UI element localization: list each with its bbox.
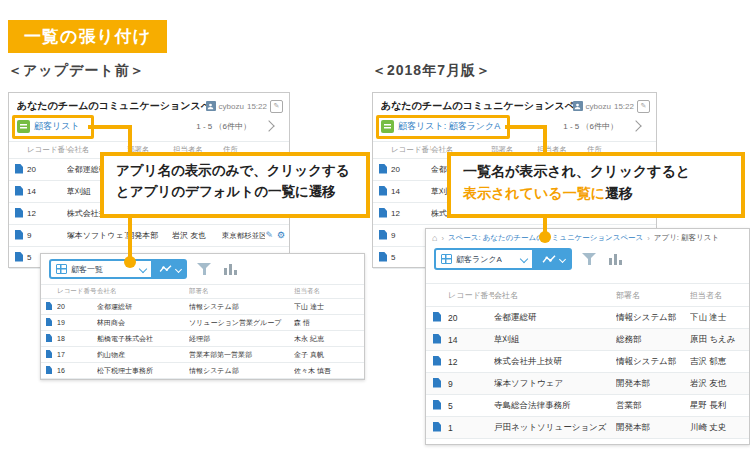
view-selector[interactable]: 顧客一覧 <box>49 259 153 279</box>
user-name: cybozu <box>586 102 611 111</box>
timestamp: 15:22 <box>614 102 634 111</box>
document-icon <box>46 302 52 310</box>
app-link-after[interactable]: 顧客リスト: 顧客ランクA <box>398 120 500 133</box>
edit-icon[interactable]: ✎ <box>265 231 273 240</box>
table-row[interactable]: 1 戸田ネットソリューションズ 開発本部 川崎 丈史 <box>426 417 749 439</box>
callout-line2: とアプリのデフォルトの一覧に遷移 <box>116 182 354 203</box>
connector-line <box>88 125 132 129</box>
graph-button[interactable] <box>153 259 187 279</box>
chevron-down-icon <box>520 255 528 263</box>
gear-icon[interactable]: ⚙ <box>277 231 285 240</box>
app-icon <box>17 120 30 133</box>
table-row[interactable]: 16 松下税理士事務所 情報システム部 佐々木 慎吾 <box>41 363 364 379</box>
document-icon <box>433 334 441 344</box>
table-header: レコード番号 会社名 部署名 担当者名 <box>426 283 749 307</box>
callout-after: 一覧名が表示され、クリックすると 表示されている一覧に遷移 <box>447 152 745 218</box>
section-label-after: ＜2018年7月版＞ <box>372 62 491 80</box>
document-icon <box>379 186 387 196</box>
table-row[interactable]: 20 金都運総研 情報システム部 下山 達士 <box>426 307 749 329</box>
document-icon <box>46 334 52 342</box>
filter-funnel-icon[interactable] <box>197 262 212 276</box>
space-header: あなたのチームのコミュニケーションスペース cybozu 15:22 ✎ <box>373 93 656 115</box>
view-name: 顧客ランクA <box>456 254 502 265</box>
app-list-panel-before: 顧客一覧 レコード番号 会社名 部署名 担当者名 <box>40 253 365 380</box>
breadcrumb: ⌂ › スペース: あなたのチームのコミュニケーションスペース › アプリ: 顧… <box>426 229 749 243</box>
document-icon <box>15 230 23 240</box>
table-view-icon <box>441 254 452 264</box>
table-header: レコード番号 会社名 部署名 担当者名 <box>41 284 364 299</box>
pagination-label: 1 - 5 （6件中） <box>196 121 251 132</box>
document-icon <box>379 164 387 174</box>
page-title: 一覧の張り付け <box>8 20 167 53</box>
app-icon <box>381 120 394 133</box>
table-row[interactable]: 9 塚本ソフトウェア 開発本部 岩沢 友也 <box>426 373 749 395</box>
timestamp: 15:22 <box>247 102 267 111</box>
bar-chart-icon[interactable] <box>224 263 237 275</box>
document-icon <box>433 378 441 388</box>
edit-space-icon[interactable]: ✎ <box>637 100 650 113</box>
document-icon <box>379 230 387 240</box>
callout-line1: 一覧名が表示され、クリックすると <box>463 161 729 183</box>
app-link-row: 顧客リスト 1 - 5 （6件中） <box>9 115 289 137</box>
callout-line2-rest: 遷移 <box>605 185 633 201</box>
user-name: cybozu <box>219 102 244 111</box>
document-icon <box>15 164 23 174</box>
document-icon <box>379 208 387 218</box>
table-row[interactable]: 12 株式会社井上技研 情報システム部 吉沢 郁恵 <box>426 351 749 373</box>
connector-dot <box>124 256 136 268</box>
document-icon <box>433 312 441 322</box>
app-link-before[interactable]: 顧客リスト <box>34 120 80 133</box>
line-chart-icon <box>159 264 173 274</box>
document-icon <box>46 366 52 374</box>
document-icon <box>379 252 387 262</box>
chevron-down-icon <box>139 265 147 273</box>
document-icon <box>15 186 23 196</box>
table-row[interactable]: 19 林田商会 ソリューション営業グループ 森 悟 <box>41 315 364 331</box>
connector-dot <box>539 231 551 243</box>
space-header: あなたのチームのコミュニケーションスペース cybozu 15:22 ✎ <box>9 93 289 115</box>
table-row[interactable]: 20 金都運総研 情報システム部 下山 達士 <box>41 299 364 315</box>
filter-funnel-icon[interactable] <box>582 252 597 266</box>
callout-line1: アプリ名の表示のみで、クリックする <box>116 161 354 182</box>
pagination-label: 1 - 5 （6件中） <box>563 121 618 132</box>
chevron-right-icon[interactable] <box>263 120 274 131</box>
bar-chart-icon[interactable] <box>609 253 622 265</box>
document-icon <box>433 422 441 432</box>
space-title: あなたのチームのコミュニケーションスペース <box>381 99 573 113</box>
callout-highlight-text: 表示されている一覧に <box>463 185 605 201</box>
chevron-down-icon <box>175 265 182 272</box>
callout-line2: 表示されている一覧に遷移 <box>463 183 729 205</box>
table-row[interactable]: 9 塚本ソフトウェア 開発本部 岩沢 友也 東京都杉並区 ✎⚙ <box>9 225 289 247</box>
document-icon <box>46 318 52 326</box>
space-title: あなたのチームのコミュニケーションスペース <box>17 99 206 113</box>
document-icon <box>46 350 52 358</box>
home-icon[interactable]: ⌂ <box>432 234 437 243</box>
view-name: 顧客一覧 <box>71 264 103 275</box>
breadcrumb-separator: › <box>647 234 650 243</box>
chevron-right-icon[interactable] <box>630 120 641 131</box>
edit-space-icon[interactable]: ✎ <box>270 100 283 113</box>
line-chart-icon <box>542 254 557 265</box>
document-icon <box>433 400 441 410</box>
callout-before: アプリ名の表示のみで、クリックする とアプリのデフォルトの一覧に遷移 <box>100 152 370 218</box>
table-row[interactable]: 18 船橋電子株式会社 経理部 木永 紀恵 <box>41 331 364 347</box>
document-icon <box>15 208 23 218</box>
user-icon <box>573 101 583 111</box>
chevron-down-icon <box>558 255 565 262</box>
user-icon <box>206 101 216 111</box>
connector-line <box>505 125 547 129</box>
section-label-before: ＜アップデート前＞ <box>8 62 145 80</box>
view-selector[interactable]: 顧客ランクA <box>434 248 534 270</box>
document-icon <box>15 252 23 262</box>
breadcrumb-separator: › <box>441 234 444 243</box>
table-view-icon <box>56 264 67 274</box>
app-list-panel-after: ⌂ › スペース: あなたのチームのコミュニケーションスペース › アプリ: 顧… <box>425 228 750 445</box>
breadcrumb-app: アプリ: 顧客リスト <box>654 233 719 243</box>
table-row[interactable]: 17 釣山物産 営業本部第一営業部 金子 真帆 <box>41 347 364 363</box>
table-row[interactable]: 5 寺島総合法律事務所 営業部 星野 長利 <box>426 395 749 417</box>
screenshot-root: 一覧の張り付け ＜アップデート前＞ ＜2018年7月版＞ あなたのチームのコミュ… <box>0 0 750 460</box>
document-icon <box>433 356 441 366</box>
table-row[interactable]: 14 草刈組 総務部 原田 ちえみ <box>426 329 749 351</box>
graph-button[interactable] <box>534 248 572 270</box>
